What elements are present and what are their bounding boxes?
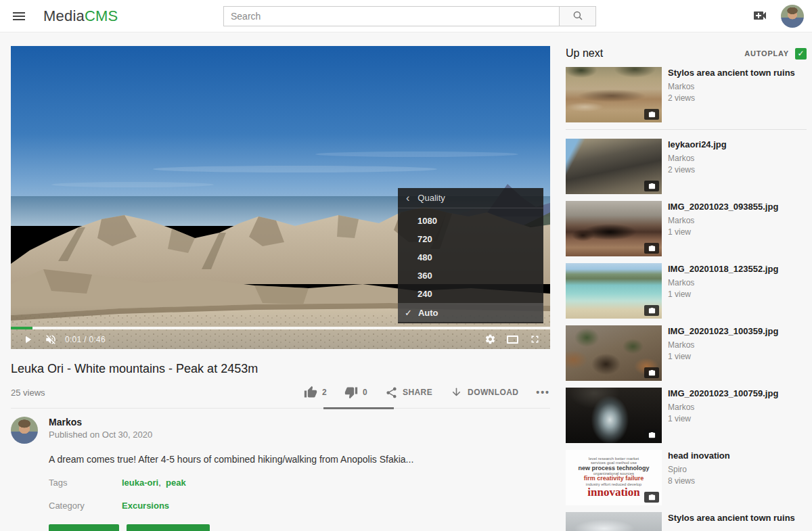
player-controls: 0:01 / 0:46	[11, 329, 550, 349]
photo-camera-icon	[644, 305, 659, 316]
share-button[interactable]: SHARE	[385, 386, 432, 399]
like-button[interactable]: 2	[304, 386, 327, 399]
category-link[interactable]: Excursions	[122, 501, 169, 511]
thumbnail[interactable]	[566, 139, 662, 194]
quality-menu-header[interactable]: Quality	[398, 188, 543, 208]
quality-selected-label: Auto	[418, 308, 438, 318]
hamburger-menu-icon[interactable]	[5, 3, 32, 30]
author-avatar[interactable]	[11, 417, 38, 444]
category-row: Category Excursions	[49, 501, 550, 511]
wordcloud-text: innovation	[587, 486, 639, 499]
more-options-button[interactable]: •••	[536, 387, 550, 398]
photo-camera-icon	[644, 109, 659, 120]
thumbnail[interactable]	[566, 201, 662, 256]
top-bar: MediaCMS	[0, 0, 812, 32]
upload-media-button[interactable]	[751, 8, 769, 24]
video-player[interactable]: Quality 1080720480360240 Auto 0:01	[11, 46, 550, 349]
item-author: Markos	[668, 154, 727, 163]
item-author: Spiro	[668, 465, 730, 474]
quality-option-360[interactable]: 360	[398, 267, 543, 285]
item-title: IMG_20201023_093855.jpg	[668, 202, 778, 212]
like-count: 2	[322, 388, 327, 397]
category-label: Category	[49, 501, 122, 511]
dislike-count: 0	[363, 388, 367, 397]
item-author: Markos	[668, 340, 778, 350]
item-views: 2 views	[668, 93, 795, 103]
time-display: 0:01 / 0:46	[65, 335, 106, 344]
delete-media-button[interactable]: DELETE MEDIA	[127, 524, 210, 531]
logo-cms-text: CMS	[85, 7, 118, 24]
quality-option-1080[interactable]: 1080	[398, 212, 543, 230]
up-next-item[interactable]: IMG_20201023_100759.jpg Markos 1 view	[566, 388, 807, 443]
mute-button[interactable]	[39, 330, 62, 349]
fullscreen-button[interactable]	[524, 330, 546, 349]
thumbnail[interactable]	[566, 67, 662, 122]
item-title: Stylos area ancient town ruins	[668, 68, 795, 78]
action-bar: 2 0 SHARE D	[286, 386, 550, 399]
thumbnail[interactable]: level research better marketservices goa…	[566, 450, 662, 505]
more-options-icon: •••	[536, 387, 550, 398]
up-next-item[interactable]: level research better marketservices goa…	[566, 450, 807, 505]
quality-option-480[interactable]: 480	[398, 248, 543, 267]
item-author: Markos	[668, 82, 795, 91]
photo-camera-icon	[644, 181, 659, 191]
item-views: 1 view	[668, 227, 778, 237]
quality-option-auto[interactable]: Auto	[398, 303, 543, 322]
settings-button[interactable]	[479, 330, 501, 349]
item-views: 1 view	[668, 352, 778, 361]
dislike-button[interactable]: 0	[344, 386, 367, 399]
search-button[interactable]	[559, 6, 596, 26]
tag-link-leuka-ori[interactable]: leuka-ori	[122, 478, 158, 488]
app-logo[interactable]: MediaCMS	[43, 7, 118, 25]
theater-mode-button[interactable]	[501, 330, 524, 349]
photo-camera-icon	[644, 430, 659, 440]
settings-gear-icon	[484, 333, 496, 345]
autoplay-checkbox[interactable]	[795, 48, 807, 60]
play-button[interactable]	[16, 330, 39, 349]
search-input[interactable]	[223, 6, 559, 26]
photo-camera-icon	[644, 492, 659, 503]
quality-option-720[interactable]: 720	[398, 230, 543, 248]
tag-separator: ,	[158, 478, 166, 488]
search-icon	[572, 9, 584, 24]
item-title: head inovation	[668, 451, 730, 461]
download-button[interactable]: DOWNLOAD	[450, 386, 518, 399]
thumbnail[interactable]	[566, 512, 662, 531]
up-next-item[interactable]: leykaori24.jpg Markos 2 views	[566, 139, 807, 194]
quality-option-240[interactable]: 240	[398, 285, 543, 303]
search-form	[223, 6, 596, 26]
fullscreen-icon	[529, 333, 541, 345]
autoplay-label: AUTOPLAY	[744, 49, 789, 57]
thumbnail[interactable]	[566, 263, 662, 319]
user-avatar[interactable]	[781, 5, 804, 28]
tags-label: Tags	[49, 478, 122, 488]
share-icon	[385, 386, 398, 399]
wordcloud-text: new process technology	[578, 465, 649, 471]
up-next-item[interactable]: Stylos area ancient town ruins Markos 2 …	[566, 67, 807, 122]
play-icon	[22, 333, 34, 346]
author-name-link[interactable]: Markos	[49, 417, 152, 428]
theater-mode-icon	[507, 336, 518, 344]
download-label: DOWNLOAD	[468, 388, 518, 397]
up-next-item[interactable]: Stylos area ancient town ruins	[566, 512, 807, 531]
up-next-item[interactable]: IMG_20201023_093855.jpg Markos 1 view	[566, 201, 807, 256]
thumbnail[interactable]	[566, 388, 662, 443]
edit-media-button[interactable]: EDIT MEDIA	[49, 524, 119, 531]
share-label: SHARE	[403, 388, 432, 397]
media-buttons-row: EDIT MEDIA DELETE MEDIA	[49, 524, 550, 531]
item-title: IMG_20201023_100359.jpg	[668, 326, 778, 337]
up-next-item[interactable]: IMG_20201023_100359.jpg Markos 1 view	[566, 325, 807, 381]
published-date: Published on Oct 30, 2020	[49, 430, 152, 440]
tags-values: leuka-ori, peak	[122, 478, 186, 488]
wordcloud-text: firm creativity failure	[584, 476, 644, 482]
thumbs-down-icon	[344, 386, 358, 399]
thumbnail[interactable]	[566, 325, 662, 381]
quality-options-list: 1080720480360240	[398, 208, 543, 303]
up-next-item[interactable]: IMG_20201018_123552.jpg Markos 1 view	[566, 263, 807, 319]
tag-link-peak[interactable]: peak	[166, 478, 186, 488]
up-next-sidebar: Up next AUTOPLAY Stylos area ancient tow…	[566, 46, 807, 531]
thumbs-up-icon	[304, 386, 317, 399]
autoplay-control: AUTOPLAY	[744, 48, 807, 60]
quality-menu-title: Quality	[418, 193, 445, 203]
item-author: Markos	[668, 278, 778, 287]
